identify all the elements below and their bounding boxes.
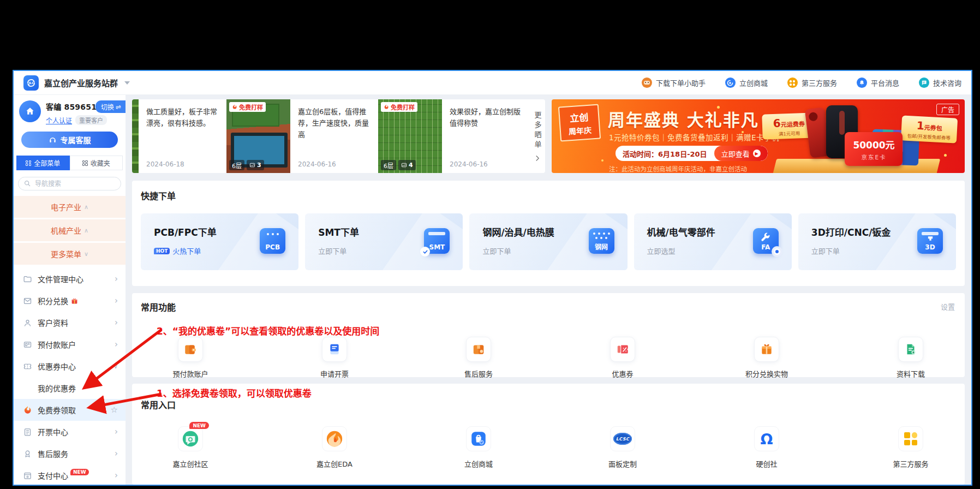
function-aftersale[interactable]: 售后服务 xyxy=(449,330,509,379)
prepay-card-icon xyxy=(22,339,32,349)
chevron-right-icon: › xyxy=(115,427,118,437)
entry-jlc-eda[interactable]: 嘉立创EDA xyxy=(304,419,364,469)
quick-card-fa[interactable]: 机械/电气零部件 立即选型 FA xyxy=(634,213,792,270)
menu-file-management[interactable]: 文件管理中心 › xyxy=(14,268,126,290)
coupon-icon xyxy=(22,361,32,371)
banner-subtitle: 1元抢特价券包｜免费备货叠加返利｜满赠E卡手机 xyxy=(609,132,779,142)
app-header: JLC 嘉立创产业服务站群 下载下单小助手 立创商城 第 xyxy=(14,71,971,95)
nav-third-party[interactable]: 第三方服务 xyxy=(787,77,837,88)
tab-favorites[interactable]: 收藏夹 xyxy=(70,156,123,170)
pcb-icon: PCB xyxy=(260,228,285,254)
banner-note: 注：此活动为立创商城周年庆活动，非嘉立创活动 xyxy=(609,164,747,173)
free-sample-label: 免费打样 xyxy=(239,103,263,111)
menu-invoice-center[interactable]: 开票中心 › xyxy=(14,421,126,443)
third-party-squares-icon xyxy=(904,432,917,445)
shopping-bag-icon xyxy=(469,430,488,448)
menu-my-coupons[interactable]: 我的优惠券 xyxy=(14,377,126,399)
quick-card-smt[interactable]: SMT下单 立即下单 SMT xyxy=(305,213,463,270)
review-item[interactable]: 效果很好，嘉立创制版值得称赞 2024-06-16 xyxy=(442,99,530,173)
review-text: 做工质量好，板子非常漂亮，很有科技感。 xyxy=(146,106,220,129)
eda-flame-icon xyxy=(325,430,344,448)
caret-up-icon: ∧ xyxy=(84,227,88,234)
smt-icon: SMT xyxy=(424,228,450,254)
brand[interactable]: JLC 嘉立创产业服务站群 xyxy=(23,75,130,91)
review-date: 2024-06-16 xyxy=(298,160,372,168)
review-text: 嘉立创6层板，值得推荐，生产速度快，质量高 xyxy=(298,106,372,140)
tab-all-menu[interactable]: 全部菜单 xyxy=(16,156,70,170)
activity-time: 活动时间：6月18日-20日 xyxy=(616,148,714,159)
menu-prepaid-account[interactable]: 预付款账户 › xyxy=(14,333,126,355)
wallet-icon xyxy=(183,342,198,356)
entry-third-party[interactable]: 第三方服务 xyxy=(881,419,941,469)
layers-chip: 6层 xyxy=(381,160,396,170)
chevron-right-icon: › xyxy=(115,274,118,284)
entry-lcsc-mall[interactable]: 立创商城 xyxy=(449,419,509,469)
review-photo[interactable]: 免费打样 6层 3 xyxy=(226,99,290,173)
chevron-right-icon: › xyxy=(115,296,118,306)
download-doc-icon xyxy=(904,342,918,356)
invoice-doc-icon xyxy=(327,342,342,356)
fire-icon xyxy=(22,405,32,415)
star-icon[interactable]: ☆ xyxy=(111,405,118,415)
quick-card-stencil[interactable]: 钢网/治具/电热膜 立即下单 钢网 xyxy=(469,213,627,270)
function-apply-invoice[interactable]: 申请开票 xyxy=(304,330,364,379)
nav-platform-message[interactable]: 平台消息 xyxy=(857,77,899,88)
hot-badge: HOT xyxy=(154,248,170,254)
menu-coupon-center[interactable]: 优惠券中心 ∨ xyxy=(14,355,126,377)
brand-title: 嘉立创产业服务站群 xyxy=(44,77,118,88)
app-window: JLC 嘉立创产业服务站群 下载下单小助手 立创商城 第 xyxy=(13,70,972,486)
function-points-gifts[interactable]: 积分兑换实物 xyxy=(737,330,797,379)
chevron-right-icon: › xyxy=(115,470,118,480)
chat-bubble-icon xyxy=(919,77,929,88)
function-prepaid-account[interactable]: 预付款账户 xyxy=(160,330,220,379)
home-avatar-icon[interactable] xyxy=(19,100,41,122)
switch-account-button[interactable]: 切换 ⇌ xyxy=(95,100,126,113)
nav-download-assistant[interactable]: 下载下单小助手 xyxy=(642,77,706,88)
main-content: 做工质量好，板子非常漂亮，很有科技感。 2024-06-18 免费打样 6层 xyxy=(126,95,971,485)
menu-free-coupon-claim[interactable]: 免费券领取 ☆ xyxy=(14,399,126,421)
quick-card-pcb[interactable]: PCB/FPC下单 HOT 火热下单 PCB xyxy=(141,213,298,270)
nav-tech-support[interactable]: 技术咨询 xyxy=(919,77,961,88)
more-reviews-button[interactable]: 更多晒单 xyxy=(530,99,545,173)
section-electronics[interactable]: 电子产业 ∧ xyxy=(14,196,126,218)
sidebar-tabs: 全部菜单 收藏夹 xyxy=(16,156,123,170)
flame-icon xyxy=(384,104,389,110)
settings-link[interactable]: 设置 xyxy=(941,301,955,312)
search-input[interactable] xyxy=(18,177,121,190)
section-more-menu[interactable]: 更多菜单 ∨ xyxy=(14,243,126,265)
section-mechanical[interactable]: 机械产业 ∧ xyxy=(14,219,126,241)
user-icon xyxy=(22,318,32,327)
entry-hardware-club[interactable]: Ω 硬创社 xyxy=(737,419,797,469)
vip-badge: 重要客户 xyxy=(75,115,107,125)
community-chat-icon xyxy=(181,430,200,448)
function-downloads[interactable]: 资料下载 xyxy=(881,330,941,379)
review-date: 2024-06-16 xyxy=(450,160,523,168)
dedicated-service-button[interactable]: 专属客服 xyxy=(21,132,118,148)
entry-jlc-community[interactable]: NEW 嘉立创社区 xyxy=(160,419,220,469)
review-item[interactable]: 做工质量好，板子非常漂亮，很有科技感。 2024-06-18 xyxy=(139,99,226,173)
bell-icon xyxy=(857,77,867,88)
svg-text:JLC: JLC xyxy=(28,81,34,85)
review-item[interactable]: 嘉立创6层板，值得推荐，生产速度快，质量高 2024-06-16 xyxy=(290,99,378,173)
function-coupons[interactable]: 优惠券 xyxy=(593,330,653,379)
quick-card-3d[interactable]: 3D打印/CNC/钣金 立即下单 3D xyxy=(798,213,956,270)
personal-auth-link[interactable]: 个人认证 xyxy=(46,116,72,125)
screenshot-stage: JLC 嘉立创产业服务站群 下载下单小助手 立创商城 第 xyxy=(0,0,980,489)
menu-points-exchange[interactable]: 积分兑换 › xyxy=(14,290,126,312)
invoice-icon xyxy=(22,427,32,437)
menu-aftersale-service[interactable]: 售后服务 › xyxy=(14,443,126,464)
arrow-right-icon: ▶ xyxy=(753,150,761,157)
menu-payment-center[interactable]: 支付中心 NEW › xyxy=(14,464,126,485)
reviews-carousel: 做工质量好，板子非常漂亮，很有科技感。 2024-06-18 免费打样 6层 xyxy=(132,99,545,173)
view-now-button[interactable]: 立即查看 ▶ xyxy=(714,146,768,161)
entry-panel-custom[interactable]: LCSC 面板定制 xyxy=(593,419,653,469)
caret-up-icon: ∧ xyxy=(84,204,88,211)
common-entries-title: 常用入口 xyxy=(141,398,956,411)
search-icon xyxy=(23,180,31,187)
anniversary-banner[interactable]: 立创 周年庆 周年盛典 大礼非凡 1元抢特价券包｜免费备货叠加返利｜满赠E卡手机… xyxy=(552,99,965,173)
menu-customer-profile[interactable]: 客户资料 › xyxy=(14,312,126,333)
assistant-mascot-icon xyxy=(642,77,652,88)
nav-search xyxy=(18,177,121,190)
nav-lcsc-mall[interactable]: 立创商城 xyxy=(725,77,768,88)
review-photo[interactable]: 免费打样 6层 4 xyxy=(378,99,442,173)
